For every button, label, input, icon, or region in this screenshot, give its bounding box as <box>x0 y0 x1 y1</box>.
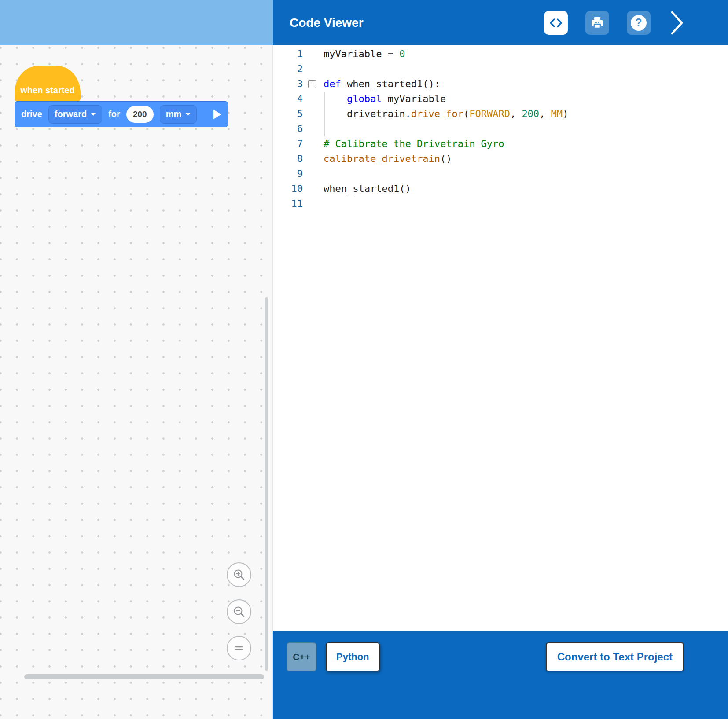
code-line: when_started1() <box>324 181 728 196</box>
gutter-row: 7 <box>273 136 321 151</box>
printer-icon <box>590 16 604 29</box>
chevron-down-icon <box>91 113 96 116</box>
gutter-row: 6 <box>273 121 321 136</box>
print-button[interactable] <box>585 11 609 35</box>
gutter-row: 5 <box>273 106 321 121</box>
when-started-block[interactable]: when started <box>15 66 81 101</box>
code-viewer-panel: Code Viewer ? <box>273 0 728 719</box>
zoom-out-button[interactable] <box>227 599 251 624</box>
gutter: 123−4567891011 <box>273 47 321 631</box>
line-number: 5 <box>273 106 303 121</box>
line-number: 11 <box>273 196 303 211</box>
cpp-language-button[interactable]: C++ <box>287 642 316 671</box>
distance-input[interactable]: 200 <box>126 106 154 123</box>
zoom-reset-button[interactable] <box>227 636 251 660</box>
code-line <box>324 196 728 211</box>
zoom-in-button[interactable] <box>227 562 251 587</box>
code-icon <box>549 18 563 28</box>
code-line <box>324 166 728 181</box>
drive-block[interactable]: drive forward for 200 mm <box>15 101 228 127</box>
gutter-row: 8 <box>273 151 321 166</box>
unit-value: mm <box>166 109 182 119</box>
python-language-button[interactable]: Python <box>326 642 380 671</box>
line-number: 4 <box>273 92 303 106</box>
gutter-row: 1 <box>273 47 321 62</box>
line-number: 6 <box>273 121 303 136</box>
gutter-row: 2 <box>273 62 321 77</box>
line-number: 3 <box>273 77 303 92</box>
toolbar-header <box>0 0 273 45</box>
code-line: calibrate_drivetrain() <box>324 151 728 166</box>
gutter-row: 9 <box>273 166 321 181</box>
workspace-canvas[interactable]: when started drive forward for 200 mm <box>0 45 273 719</box>
help-button[interactable]: ? <box>627 11 651 35</box>
fold-toggle-icon[interactable]: − <box>308 80 316 88</box>
line-number: 8 <box>273 151 303 166</box>
code-lines: myVariable = 0def when_started1(): globa… <box>321 47 728 631</box>
line-number: 7 <box>273 136 303 151</box>
gutter-row: 10 <box>273 181 321 196</box>
collapse-panel-button[interactable] <box>668 10 686 36</box>
workspace-horizontal-scrollbar[interactable] <box>24 674 264 679</box>
convert-to-text-project-button[interactable]: Convert to Text Project <box>546 642 684 671</box>
zoom-reset-icon <box>234 643 244 653</box>
gutter-row: 11 <box>273 196 321 211</box>
code-line: def when_started1(): <box>324 77 728 92</box>
line-number: 10 <box>273 181 303 196</box>
gutter-row: 4 <box>273 92 321 106</box>
code-viewer-footer: C++ Python Convert to Text Project <box>273 631 728 719</box>
zoom-in-icon <box>233 569 245 581</box>
direction-value: forward <box>55 109 87 119</box>
code-editor[interactable]: 123−4567891011 myVariable = 0def when_st… <box>273 45 728 631</box>
code-line: drivetrain.drive_for(FORWARD, 200, MM) <box>324 106 728 121</box>
vexcode-app: when started drive forward for 200 mm <box>0 0 728 719</box>
line-number: 9 <box>273 166 303 181</box>
gutter-row: 3− <box>273 77 321 92</box>
question-mark-icon: ? <box>631 15 647 31</box>
distance-value: 200 <box>133 110 147 119</box>
code-line <box>324 62 728 77</box>
unit-dropdown[interactable]: mm <box>160 105 197 124</box>
indent-guide <box>324 92 325 136</box>
chevron-down-icon <box>185 113 191 116</box>
code-line: global myVariable <box>324 92 728 106</box>
code-viewer-title: Code Viewer <box>290 16 364 30</box>
code-line <box>324 121 728 136</box>
direction-dropdown[interactable]: forward <box>48 105 102 124</box>
chevron-right-icon <box>670 10 684 36</box>
line-number: 2 <box>273 62 303 77</box>
blocks-workspace: when started drive forward for 200 mm <box>0 0 273 719</box>
line-number: 1 <box>273 47 303 62</box>
workspace-vertical-scrollbar[interactable] <box>265 297 268 671</box>
drive-label: drive <box>21 109 42 119</box>
play-icon[interactable] <box>213 110 221 119</box>
code-view-button[interactable] <box>544 11 568 35</box>
zoom-out-icon <box>233 605 245 618</box>
code-line: # Calibrate the Drivetrain Gyro <box>324 136 728 151</box>
when-started-label: when started <box>20 85 74 95</box>
for-label: for <box>108 109 120 119</box>
code-viewer-header: Code Viewer ? <box>273 0 728 45</box>
code-line: myVariable = 0 <box>324 47 728 62</box>
